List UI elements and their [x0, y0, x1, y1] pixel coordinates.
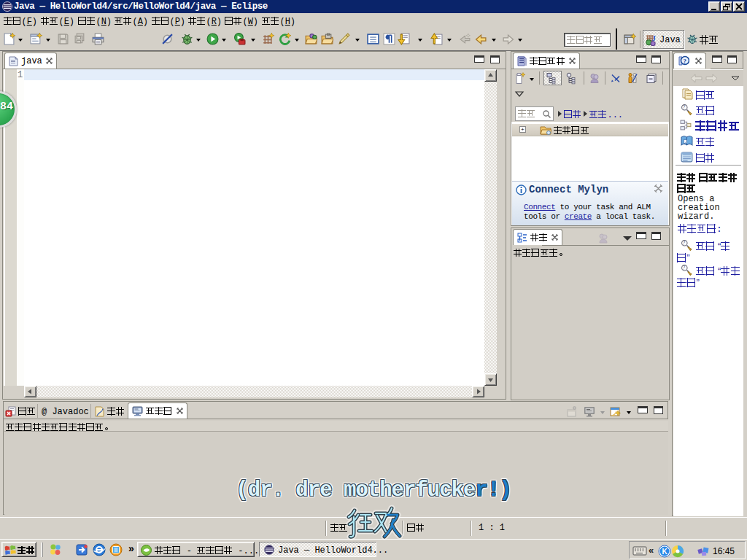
- svg-text:J: J: [652, 34, 657, 42]
- svg-text:?: ?: [683, 104, 685, 111]
- svg-text:?: ?: [683, 240, 685, 246]
- svg-text:?: ?: [683, 265, 685, 271]
- svg-text:?: ?: [684, 58, 687, 65]
- svg-text:K: K: [662, 548, 668, 556]
